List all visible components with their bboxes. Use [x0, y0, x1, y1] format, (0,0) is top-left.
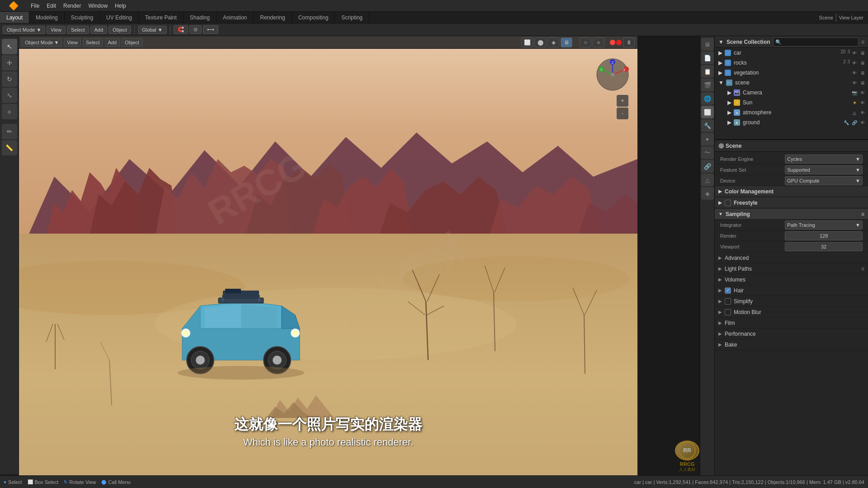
tab-sculpting[interactable]: Sculpting [65, 12, 100, 23]
menu-window[interactable]: Window [85, 0, 111, 11]
tab-uv-editing[interactable]: UV Editing [100, 12, 139, 23]
prop-tab-particles[interactable]: ✦ [701, 133, 714, 145]
view-layer-selector[interactable]: View Layer [839, 15, 863, 20]
veg-render-btn[interactable]: 🖥 [859, 69, 866, 76]
car-eye-btn[interactable]: 👁 [851, 49, 858, 56]
outliner-item-atmosphere[interactable]: ▶ ◈ atmosphere △ 👁 [715, 108, 868, 117]
hair-checkbox[interactable]: ✓ [725, 287, 731, 294]
tab-shading[interactable]: Shading [184, 12, 217, 23]
object-btn[interactable]: Object [108, 26, 131, 34]
integrator-dropdown[interactable]: Path Tracing ▼ [785, 221, 863, 230]
motion-blur-section[interactable]: ▶ Motion Blur [715, 307, 868, 318]
zoom-in-btn[interactable]: + [617, 95, 628, 107]
transform-space[interactable]: Global ▼ [138, 26, 167, 34]
freestyle-header[interactable]: ▶ Freestyle [715, 197, 868, 208]
prop-tab-scene[interactable]: 🎬 [701, 79, 714, 91]
prop-tab-modifier[interactable]: 🔧 [701, 119, 714, 132]
film-section[interactable]: ▶ Film [715, 318, 868, 328]
veg-eye-btn[interactable]: 👁 [851, 69, 858, 76]
sampling-menu-icon[interactable]: ≡ [861, 211, 864, 217]
hair-section[interactable]: ▶ ✓ Hair [715, 285, 868, 296]
prop-tab-objdata[interactable]: △ [701, 174, 714, 186]
tool-transform[interactable]: ⟡ [2, 104, 17, 119]
viewport-gizmo-btn[interactable]: ⟡ [593, 38, 604, 47]
tab-texture-paint[interactable]: Texture Paint [139, 12, 184, 23]
performance-section[interactable]: ▶ Performance [715, 328, 868, 339]
outliner-item-sun[interactable]: ▶ ☀ Sun ☀ 👁 [715, 98, 868, 108]
outliner-item-vegetation[interactable]: ▶ □ vegetation 👁 🖥 [715, 68, 868, 78]
scene-render-btn[interactable]: 🖥 [859, 79, 866, 86]
prop-tab-object[interactable]: ⬜ [701, 106, 714, 118]
device-dropdown[interactable]: GPU Compute ▼ [785, 176, 863, 185]
viewport-mode-btn[interactable]: Object Mode ▼ [22, 38, 62, 47]
viewport-pause-btn[interactable]: ⏸ [623, 38, 635, 47]
menu-render[interactable]: Render [60, 0, 85, 11]
scene-eye-btn[interactable]: 👁 [851, 79, 858, 86]
tab-compositing[interactable]: Compositing [292, 12, 335, 23]
edge-slide[interactable]: ⟷ [203, 25, 218, 34]
proportional-edit[interactable]: ⊙ [189, 25, 202, 34]
bake-section[interactable]: ▶ Bake [715, 339, 868, 350]
outliner-item-rocks[interactable]: ▶ □ rocks 2 3 👁 🖥 [715, 58, 868, 68]
prop-tab-world[interactable]: 🌐 [701, 92, 714, 105]
render-samples-field[interactable]: 128 [785, 231, 863, 240]
wireframe-btn[interactable]: ⬜ [521, 38, 533, 47]
ground-eye-btn[interactable]: 👁 [859, 119, 866, 126]
rocks-render-btn[interactable]: 🖥 [859, 59, 866, 66]
tool-measure[interactable]: 📏 [2, 140, 17, 155]
prop-tab-constraints[interactable]: 🔗 [701, 160, 714, 173]
menu-file[interactable]: File [27, 0, 43, 11]
outliner-item-scene[interactable]: ▼ ▷ scene 👁 🖥 [715, 78, 868, 88]
tab-modeling[interactable]: Modeling [29, 12, 65, 23]
tool-select[interactable]: ↖ [2, 39, 17, 54]
viewport-samples-field[interactable]: 32 [785, 242, 863, 251]
advanced-section[interactable]: ▶ Advanced [715, 253, 868, 263]
rendered-btn[interactable]: 🖥 [561, 38, 572, 47]
scene-selector[interactable]: Scene [819, 15, 833, 20]
prop-tab-material[interactable]: ◈ [701, 187, 714, 200]
navigation-gizmo[interactable]: X Y Z [594, 56, 631, 93]
tab-rendering[interactable]: Rendering [254, 12, 292, 23]
atm-eye-btn[interactable]: 👁 [859, 109, 866, 116]
outliner-item-camera[interactable]: ▶ 📷 Camera 📷 👁 [715, 88, 868, 98]
prop-tab-physics[interactable]: 〜 [701, 146, 714, 159]
prop-tab-output[interactable]: 📄 [701, 52, 714, 64]
camera-eye-btn[interactable]: 👁 [859, 89, 866, 96]
viewport-view-btn[interactable]: View [64, 38, 81, 47]
material-preview-btn[interactable]: ◈ [547, 38, 559, 47]
color-management-header[interactable]: ▶ Color Management [715, 186, 868, 197]
car-render-btn[interactable]: 🖥 [859, 49, 866, 56]
sampling-header[interactable]: ▼ Sampling ≡ [715, 209, 868, 220]
select-btn[interactable]: Select [67, 26, 89, 34]
sun-eye-btn[interactable]: 👁 [859, 99, 866, 106]
viewport-add-btn[interactable]: Add [105, 38, 120, 47]
zoom-out-btn[interactable]: - [617, 108, 628, 119]
volumes-section[interactable]: ▶ Volumes [715, 274, 868, 285]
outliner-item-car[interactable]: ▶ □ car 20 3 👁 🖥 [715, 48, 868, 58]
tool-annotate[interactable]: ✏ [2, 124, 17, 139]
viewport-select-btn[interactable]: Select [83, 38, 103, 47]
tab-animation[interactable]: Animation [217, 12, 254, 23]
simplify-checkbox[interactable] [725, 298, 731, 305]
main-viewport[interactable]: Object Mode ▼ View Select Add Object ⬜ ⬤… [19, 36, 637, 475]
view-btn[interactable]: View [47, 26, 66, 34]
tab-layout[interactable]: Layout [0, 12, 29, 23]
snap-toggle[interactable]: 🧲 [174, 25, 188, 34]
motion-blur-checkbox[interactable] [725, 309, 731, 315]
light-paths-section[interactable]: ▶ Light Paths ≡ [715, 263, 868, 274]
tab-scripting[interactable]: Scripting [335, 12, 369, 23]
add-btn[interactable]: Add [90, 26, 108, 34]
menu-help[interactable]: Help [111, 0, 130, 11]
tool-rotate[interactable]: ↻ [2, 71, 17, 87]
light-paths-menu[interactable]: ≡ [861, 266, 864, 272]
simplify-section[interactable]: ▶ Simplify [715, 296, 868, 307]
viewport-overlay-btn[interactable]: ○ [580, 38, 591, 47]
rocks-eye-btn[interactable]: 👁 [851, 59, 858, 66]
outliner-search[interactable] [773, 38, 859, 47]
tool-scale[interactable]: ⤡ [2, 88, 17, 103]
outliner-item-ground[interactable]: ▶ ■ ground 🔧 🔗 👁 [715, 117, 868, 127]
feature-set-dropdown[interactable]: Supported ▼ [785, 165, 863, 174]
freestyle-checkbox[interactable] [725, 200, 731, 206]
prop-tab-render[interactable]: 🖥 [701, 38, 714, 51]
outliner-funnel-icon[interactable]: ≡ [861, 39, 864, 45]
